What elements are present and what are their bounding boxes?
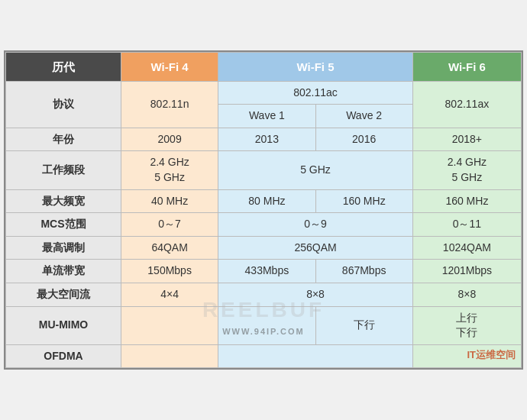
cell-w5-protocol-merged: 802.11ac (218, 81, 413, 105)
cat-bw: 最大频宽 (6, 189, 121, 213)
cell-w5-wave2-year: 2016 (315, 128, 412, 151)
col-wifi5: Wi-Fi 5 (218, 52, 413, 81)
cat-mumimo: MU-MIMO (6, 306, 121, 344)
cell-w4-ss: 150Mbps (121, 260, 218, 283)
cell-w5-mcs: 0～9 (218, 213, 413, 237)
cell-w6-mumimo: 上行 下行 (412, 306, 521, 344)
col-gen: 历代 (6, 52, 121, 81)
cell-w4-mcs: 0～7 (121, 213, 218, 237)
cell-w4-mumimo (121, 306, 218, 344)
comparison-table-wrapper: 历代 Wi-Fi 4 Wi-Fi 5 Wi-Fi 6 协议 802.11n 80… (4, 50, 523, 370)
row-spatial: 最大空间流 4×4 8×8 8×8 (6, 283, 522, 306)
cell-w6-mcs: 0～11 (412, 213, 521, 237)
cell-w6-bw: 160 MHz (412, 189, 521, 213)
cell-w5-freq: 5 GHz (218, 151, 413, 189)
header-row: 历代 Wi-Fi 4 Wi-Fi 5 Wi-Fi 6 (6, 52, 522, 81)
cell-w4-mod: 64QAM (121, 236, 218, 260)
cell-w5-wave1-mumimo (218, 306, 315, 344)
cell-w5-wave2-bw: 160 MHz (315, 189, 412, 213)
cell-w4-year: 2009 (121, 128, 218, 151)
cell-wave1: Wave 1 (218, 105, 315, 128)
col-wifi6: Wi-Fi 6 (412, 52, 521, 81)
cell-w6-spatial: 8×8 (412, 283, 521, 306)
cat-year: 年份 (6, 128, 121, 151)
row-year: 年份 2009 2013 2016 2018+ (6, 128, 522, 151)
row-bw: 最大频宽 40 MHz 80 MHz 160 MHz 160 MHz (6, 189, 522, 213)
col-wifi4: Wi-Fi 4 (121, 52, 218, 81)
cell-w5-ofdma (218, 344, 413, 368)
cell-w6-ss: 1201Mbps (412, 260, 521, 283)
cell-w4-freq: 2.4 GHz 5 GHz (121, 151, 218, 189)
row-protocol-merged: 协议 802.11n 802.11ac 802.11ax (6, 81, 522, 105)
cat-spatial: 最大空间流 (6, 283, 121, 306)
cat-ofdma: OFDMA (6, 344, 121, 368)
cell-w4-spatial: 4×4 (121, 283, 218, 306)
cell-w5-mod: 256QAM (218, 236, 413, 260)
cell-w6-mod: 1024QAM (412, 236, 521, 260)
cat-freq: 工作频段 (6, 151, 121, 189)
cell-w5-spatial: 8×8 (218, 283, 413, 306)
wifi-comparison-table: 历代 Wi-Fi 4 Wi-Fi 5 Wi-Fi 6 协议 802.11n 80… (5, 52, 522, 369)
cell-wave2: Wave 2 (315, 105, 412, 128)
row-mumimo: MU-MIMO 下行 上行 下行 (6, 306, 522, 344)
cell-w4-bw: 40 MHz (121, 189, 218, 213)
cell-w6-freq: 2.4 GHz 5 GHz (412, 151, 521, 189)
cell-w5-wave1-year: 2013 (218, 128, 315, 151)
cell-w6-protocol: 802.11ax (412, 81, 521, 128)
cell-w5-wave2-mumimo: 下行 (315, 306, 412, 344)
cat-mod: 最高调制 (6, 236, 121, 260)
cat-mcs: MCS范围 (6, 213, 121, 237)
row-ofdma: OFDMA (6, 344, 522, 368)
row-mod: 最高调制 64QAM 256QAM 1024QAM (6, 236, 522, 260)
cell-w4-protocol: 802.11n (121, 81, 218, 128)
cat-single-stream: 单流带宽 (6, 260, 121, 283)
cell-w6-ofdma (412, 344, 521, 368)
cell-w4-ofdma (121, 344, 218, 368)
cell-w6-year: 2018+ (412, 128, 521, 151)
cell-w5-wave1-bw: 80 MHz (218, 189, 315, 213)
cell-w5-wave1-ss: 433Mbps (218, 260, 315, 283)
cat-protocol: 协议 (6, 81, 121, 128)
cell-w5-wave2-ss: 867Mbps (315, 260, 412, 283)
row-single-stream: 单流带宽 150Mbps 433Mbps 867Mbps 1201Mbps (6, 260, 522, 283)
row-freq: 工作频段 2.4 GHz 5 GHz 5 GHz 2.4 GHz 5 GHz (6, 151, 522, 189)
row-mcs: MCS范围 0～7 0～9 0～11 (6, 213, 522, 237)
